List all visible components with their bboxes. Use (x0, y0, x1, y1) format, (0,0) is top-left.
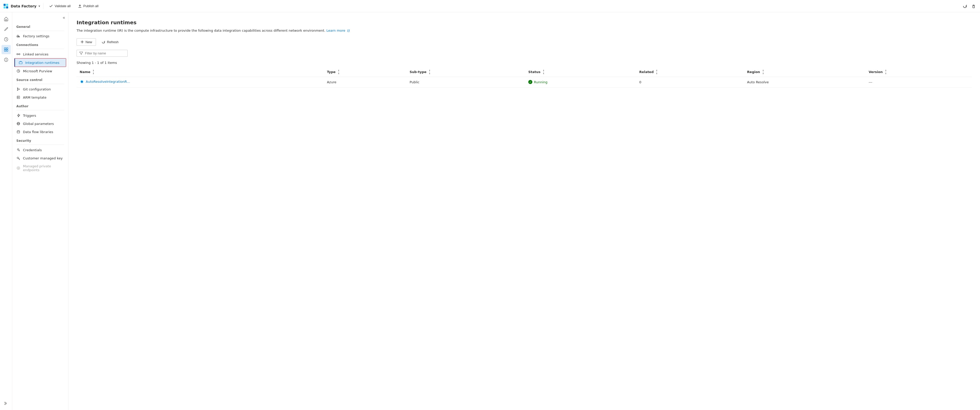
section-source-control-divider (16, 84, 64, 84)
filter-bar (76, 50, 972, 57)
svg-point-23 (18, 90, 18, 91)
section-security-label: Security (12, 136, 68, 144)
cell-version: --- (865, 77, 972, 87)
sidebar-icon-home[interactable] (2, 14, 11, 24)
factory-settings-label: Factory settings (23, 34, 49, 38)
nav-item-factory-settings[interactable]: Factory settings (12, 32, 68, 40)
type-sort-icon[interactable]: ↑↓ (338, 70, 340, 75)
sidebar-icon-learn[interactable] (2, 55, 11, 64)
data-flow-libraries-label: Data flow libraries (23, 130, 53, 134)
refresh-icon (963, 4, 967, 8)
monitor-icon (3, 37, 9, 42)
col-related: Related ↑↓ (636, 68, 744, 77)
nav-item-customer-managed-key[interactable]: Customer managed key (12, 154, 68, 162)
topbar-discard-button[interactable] (970, 3, 977, 10)
nav-item-microsoft-purview[interactable]: Microsoft Purview (12, 67, 68, 75)
sidebar-expand-button[interactable] (2, 399, 11, 408)
section-connections-divider (16, 49, 64, 49)
svg-rect-2 (3, 6, 6, 8)
data-table: Name ↑↓ Type ↑↓ Sub-type ↑↓ Status ↑↓ (76, 68, 972, 88)
expand-icon (3, 401, 9, 406)
validate-icon (49, 4, 53, 8)
svg-rect-8 (6, 48, 8, 49)
integration-runtimes-label: Integration runtimes (25, 61, 59, 65)
svg-rect-7 (4, 48, 6, 49)
ir-icon (80, 80, 84, 84)
page-title: Integration runtimes (76, 19, 972, 26)
sidebar-icon-monitor[interactable] (2, 35, 11, 44)
customer-managed-key-label: Customer managed key (23, 156, 63, 160)
nav-item-data-flow-libraries[interactable]: Data flow libraries (12, 128, 68, 136)
ir-name-link[interactable]: AutoResolveIntegrationR... (86, 80, 130, 83)
global-icon (16, 121, 21, 126)
cell-subtype: Public (407, 77, 525, 87)
triggers-label: Triggers (23, 114, 36, 118)
col-version: Version ↑↓ (865, 68, 972, 77)
col-name: Name ↑↓ (76, 68, 324, 77)
section-source-control-label: Source control (12, 75, 68, 83)
table-body: AutoResolveIntegrationR... Azure Public … (76, 77, 972, 87)
integration-runtimes-icon (19, 61, 23, 65)
cell-region: Auto Resolve (744, 77, 865, 87)
table-header-row: Name ↑↓ Type ↑↓ Sub-type ↑↓ Status ↑↓ (76, 68, 972, 77)
new-button[interactable]: New (76, 38, 96, 46)
collapse-icon-button[interactable]: « (63, 15, 65, 20)
publish-icon (78, 4, 82, 8)
edit-icon (3, 27, 9, 32)
cell-name: AutoResolveIntegrationR... (76, 77, 324, 87)
col-subtype: Sub-type ↑↓ (407, 68, 525, 77)
nav-item-git-configuration[interactable]: Git configuration (12, 85, 68, 93)
related-sort-icon[interactable]: ↑↓ (656, 70, 658, 75)
nav-item-linked-services[interactable]: Linked services (12, 50, 68, 58)
nav-item-integration-runtimes[interactable]: Integration runtimes (14, 59, 66, 67)
status-running: Running (528, 80, 633, 84)
svg-point-34 (81, 81, 83, 83)
global-parameters-label: Global parameters (23, 122, 54, 126)
sidebar-icon-manage[interactable] (2, 45, 11, 54)
app-chevron[interactable]: ▾ (38, 4, 40, 8)
git-icon (16, 87, 21, 91)
name-sort-icon[interactable]: ↑↓ (93, 70, 95, 75)
manage-icon (3, 47, 9, 52)
nav-item-global-parameters[interactable]: Global parameters (12, 120, 68, 128)
linked-services-icon (16, 52, 21, 56)
topbar-divider (43, 3, 43, 9)
status-sort-icon[interactable]: ↑↓ (542, 70, 545, 75)
credentials-icon (16, 148, 21, 152)
region-sort-icon[interactable]: ↑↓ (762, 70, 764, 75)
version-sort-icon[interactable]: ↑↓ (885, 70, 887, 75)
svg-point-24 (19, 89, 20, 90)
sidebar-icon-author[interactable] (2, 24, 11, 34)
validate-all-button[interactable]: Validate all (46, 3, 73, 9)
purview-icon (16, 69, 21, 73)
discard-icon (971, 4, 976, 8)
refresh-button[interactable]: Refresh (98, 38, 122, 45)
endpoint-icon (16, 166, 21, 170)
filter-input[interactable] (85, 51, 125, 55)
triggers-icon (16, 113, 21, 118)
svg-rect-0 (3, 4, 6, 6)
nav-item-arm-template[interactable]: ARM template (12, 93, 68, 101)
subtype-sort-icon[interactable]: ↑↓ (429, 70, 431, 75)
cell-status: Running (525, 77, 636, 87)
linked-services-label: Linked services (23, 53, 48, 56)
factory-settings-icon (16, 34, 21, 38)
nav-item-integration-runtimes-box: Integration runtimes (14, 58, 66, 67)
main-layout: « General Factory settings Connections L… (0, 12, 980, 410)
section-general-label: General (12, 22, 68, 30)
nav-panel: « General Factory settings Connections L… (12, 12, 68, 410)
external-link-icon (347, 29, 350, 32)
arm-icon (16, 95, 21, 99)
svg-rect-4 (973, 6, 975, 8)
publish-all-button[interactable]: Publish all (75, 3, 101, 9)
svg-rect-17 (19, 62, 22, 64)
learn-more-link[interactable]: Learn more (326, 29, 350, 32)
svg-rect-1 (6, 4, 8, 6)
collapse-button[interactable]: « (12, 14, 68, 22)
section-connections-label: Connections (12, 40, 68, 48)
table-row: AutoResolveIntegrationR... Azure Public … (76, 77, 972, 87)
table-header: Name ↑↓ Type ↑↓ Sub-type ↑↓ Status ↑↓ (76, 68, 972, 77)
nav-item-triggers[interactable]: Triggers (12, 112, 68, 120)
topbar-refresh-button[interactable] (962, 3, 968, 10)
nav-item-credentials[interactable]: Credentials (12, 146, 68, 154)
